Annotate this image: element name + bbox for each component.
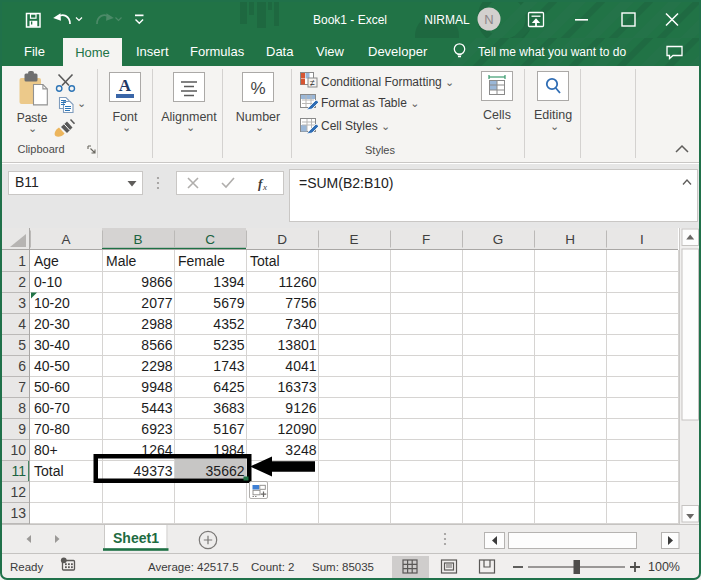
svg-text:H: H: [565, 232, 575, 247]
svg-text:6: 6: [18, 358, 26, 374]
svg-text:I: I: [640, 232, 644, 247]
svg-text:Male: Male: [106, 253, 137, 269]
svg-text:70-80: 70-80: [34, 421, 70, 437]
svg-text:4352: 4352: [213, 316, 244, 332]
svg-text:7: 7: [18, 379, 26, 395]
svg-text:80+: 80+: [34, 442, 58, 458]
svg-text:35662: 35662: [206, 463, 245, 479]
svg-text:10-20: 10-20: [34, 295, 70, 311]
svg-text:Sheet1: Sheet1: [113, 530, 159, 546]
svg-text:11260: 11260: [279, 274, 317, 290]
svg-text:≠: ≠: [310, 78, 315, 88]
svg-text:60-70: 60-70: [34, 400, 70, 416]
svg-text:Age: Age: [34, 253, 59, 269]
svg-text:N: N: [484, 12, 493, 27]
svg-text:30-40: 30-40: [34, 337, 70, 353]
svg-text:9: 9: [18, 421, 26, 437]
svg-text:13801: 13801: [278, 337, 317, 353]
svg-text:9948: 9948: [141, 379, 172, 395]
svg-text:12: 12: [10, 484, 26, 500]
svg-text:Total: Total: [250, 253, 280, 269]
svg-text:A: A: [61, 232, 70, 247]
svg-text:1743: 1743: [213, 358, 244, 374]
svg-text:12090: 12090: [278, 421, 317, 437]
svg-text:Total: Total: [34, 463, 64, 479]
svg-text:3248: 3248: [285, 442, 316, 458]
svg-text:F: F: [422, 232, 430, 247]
svg-text:%: %: [250, 79, 265, 98]
svg-text:B: B: [133, 232, 142, 247]
svg-text:4: 4: [18, 316, 26, 332]
svg-text:8: 8: [18, 400, 26, 416]
svg-text:10: 10: [10, 442, 26, 458]
svg-text:0-10: 0-10: [34, 274, 62, 290]
svg-text:2988: 2988: [141, 316, 172, 332]
svg-text:2077: 2077: [141, 295, 172, 311]
svg-text:6923: 6923: [141, 421, 172, 437]
svg-text:C: C: [205, 232, 215, 247]
svg-text:E: E: [349, 232, 358, 247]
svg-text:Count: 2: Count: 2: [251, 561, 294, 573]
svg-text:1: 1: [18, 253, 26, 269]
svg-text:16373: 16373: [278, 379, 317, 395]
svg-text:4041: 4041: [285, 358, 316, 374]
svg-text:9126: 9126: [285, 400, 316, 416]
svg-text:x: x: [262, 182, 267, 192]
svg-text:2: 2: [18, 274, 26, 290]
svg-text:5679: 5679: [213, 295, 244, 311]
svg-text:5443: 5443: [141, 400, 172, 416]
svg-text:Sum: 85035: Sum: 85035: [312, 561, 374, 573]
svg-text:Book1 - Excel: Book1 - Excel: [313, 13, 387, 27]
svg-text:A: A: [119, 76, 132, 95]
svg-text:100%: 100%: [648, 560, 680, 574]
svg-text:5235: 5235: [213, 337, 244, 353]
svg-text:Female: Female: [178, 253, 225, 269]
svg-text:3683: 3683: [213, 400, 244, 416]
svg-text:20-30: 20-30: [34, 316, 70, 332]
svg-text:5: 5: [18, 337, 26, 353]
svg-text:7340: 7340: [285, 316, 316, 332]
svg-text:49373: 49373: [134, 463, 173, 479]
svg-text:8566: 8566: [141, 337, 172, 353]
svg-text:Average: 42517.5: Average: 42517.5: [148, 561, 239, 573]
svg-text:G: G: [493, 232, 504, 247]
svg-text:13: 13: [10, 505, 26, 521]
svg-text:5167: 5167: [213, 421, 244, 437]
svg-text:9866: 9866: [141, 274, 172, 290]
svg-text:6425: 6425: [213, 379, 244, 395]
svg-text:3: 3: [18, 295, 26, 311]
svg-text:1394: 1394: [213, 274, 244, 290]
svg-text:D: D: [277, 232, 287, 247]
svg-text:Ready: Ready: [10, 561, 43, 573]
svg-text:11: 11: [11, 463, 26, 479]
svg-text:2298: 2298: [141, 358, 172, 374]
svg-text:50-60: 50-60: [34, 379, 70, 395]
svg-text:NIRMAL: NIRMAL: [424, 13, 470, 27]
svg-text:7756: 7756: [285, 295, 316, 311]
svg-text:40-50: 40-50: [34, 358, 70, 374]
